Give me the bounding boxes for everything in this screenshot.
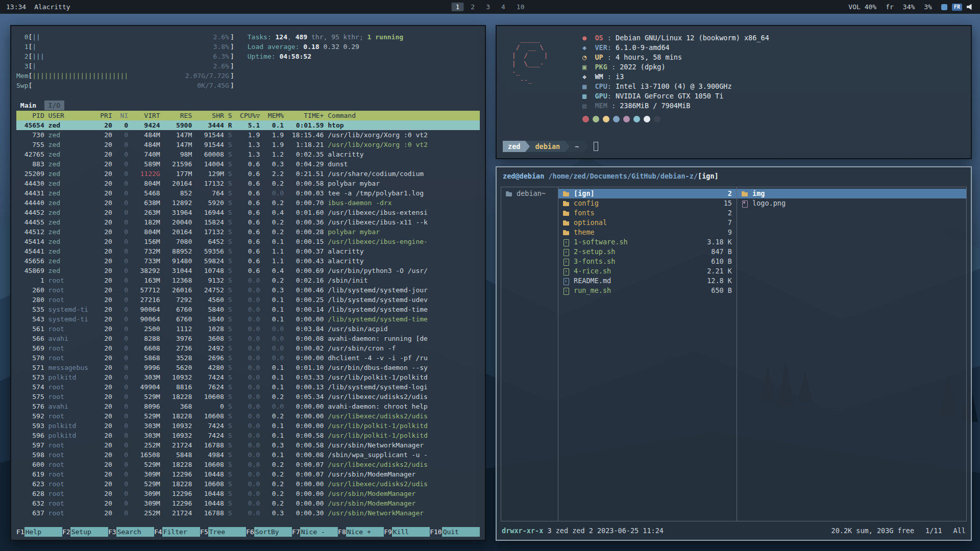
process-row[interactable]: 730zed200484M147M91544S1.91.918:15.46/us… <box>16 130 480 140</box>
fkey-label-F2[interactable]: Setup <box>70 527 108 537</box>
process-row[interactable]: 883zed200589M2159614004S0.60.30:04.29dun… <box>16 159 480 169</box>
terminal-cursor[interactable] <box>594 142 598 151</box>
fkey-label-F10[interactable]: Quit <box>442 527 480 537</box>
workspace-3[interactable]: 3 <box>482 3 494 11</box>
fkey-F7[interactable]: F7 <box>292 527 300 537</box>
tab-main[interactable]: Main <box>20 101 36 110</box>
file-entry[interactable]: 1-software.sh3.18 K <box>558 237 737 247</box>
file-entry[interactable]: img <box>737 189 966 198</box>
file-entry[interactable]: debian~ <box>501 189 558 198</box>
fkey-F4[interactable]: F4 <box>154 527 162 537</box>
workspace-10[interactable]: 10 <box>512 3 529 11</box>
process-row[interactable]: 44430zed200804M2016417132S0.60.20:00.58p… <box>16 179 480 188</box>
fkey-F10[interactable]: F10 <box>430 527 442 537</box>
fkey-label-F6[interactable]: SortBy <box>254 527 292 537</box>
fkey-label-F4[interactable]: Filter <box>162 527 200 537</box>
process-row[interactable]: 566avahi200828839763608S0.00.00:00.08ava… <box>16 334 480 343</box>
process-row[interactable]: 45414zed200156M70806452S0.60.10:00.15/us… <box>16 237 480 246</box>
workspace-2[interactable]: 2 <box>467 3 479 11</box>
fetch-window[interactable]: _____ / __ \ | / | | \___- -_ --_ ●OS : … <box>496 25 972 159</box>
column-header-time[interactable]: TIME+ <box>288 111 324 120</box>
fkey-label-F3[interactable]: Search <box>116 527 154 537</box>
file-entry[interactable]: theme9 <box>558 228 737 237</box>
percent-indicator-a[interactable]: 34% <box>903 3 915 11</box>
process-row[interactable]: 598root2001650858484984S0.00.10:00.08/sb… <box>16 450 480 460</box>
workspace-1[interactable]: 1 <box>452 3 464 11</box>
column-header-pri[interactable]: PRI <box>96 111 112 120</box>
file-entry[interactable]: README.md12.8 K <box>558 276 737 286</box>
column-header-s[interactable]: S <box>228 111 236 120</box>
process-row[interactable]: 571messagebus200999656204280S0.00.10:01.… <box>16 363 480 372</box>
fkey-F5[interactable]: F5 <box>200 527 208 537</box>
file-entry[interactable]: logo.png <box>737 198 966 208</box>
process-row[interactable]: 593polkitd200303M109327424S0.00.10:00.00… <box>16 421 480 431</box>
file-entry[interactable]: fonts2 <box>558 208 737 218</box>
column-header-res[interactable]: RES <box>164 111 192 120</box>
network-icon[interactable] <box>941 4 947 10</box>
column-header-mem[interactable]: MEM% <box>264 111 284 120</box>
process-row[interactable]: 280root2002721672924560S0.00.10:00.25/li… <box>16 295 480 305</box>
process-row[interactable]: 44452zed200263M3196416944S0.60.40:01.60/… <box>16 208 480 217</box>
process-row[interactable]: 45441zed200732M8895259356S0.61.10:00.37a… <box>16 246 480 256</box>
percent-indicator-b[interactable]: 3% <box>924 3 932 11</box>
file-entry[interactable]: 2-setup.sh847 B <box>558 247 737 257</box>
file-entry[interactable]: run_me.sh650 B <box>558 286 737 295</box>
process-row[interactable]: 44512zed200804M2016417132S0.60.20:00.28p… <box>16 227 480 237</box>
volume-icon[interactable] <box>967 4 974 10</box>
tab-io[interactable]: I/O <box>44 101 64 110</box>
column-header-cpu[interactable]: CPU%▽ <box>240 111 260 120</box>
process-row[interactable]: 570root200586835282696S0.00.00:00.00dhcl… <box>16 353 480 363</box>
process-row[interactable]: 25209zed2001122G177M129MS0.62.20:21.51/u… <box>16 169 480 179</box>
process-row[interactable]: 44431zed2005468852764S0.60.00:00.03tee -… <box>16 188 480 198</box>
process-row[interactable]: 45656zed200733M9148059824S0.61.10:00.43a… <box>16 256 480 266</box>
process-row[interactable]: 597root200252M2172416788S0.00.30:00.58/u… <box>16 440 480 450</box>
column-header-user[interactable]: USER <box>48 111 92 120</box>
fkey-F6[interactable]: F6 <box>246 527 254 537</box>
fkey-F9[interactable]: F9 <box>384 527 392 537</box>
fkey-label-F8[interactable]: Nice + <box>346 527 384 537</box>
process-row[interactable]: 573polkitd200303M109327424S0.00.10:03.33… <box>16 372 480 382</box>
process-row[interactable]: 45869zed200382923104410748S0.60.40:00.69… <box>16 266 480 276</box>
process-row[interactable]: 561root200250011121028S0.00.00:03.84/usr… <box>16 324 480 334</box>
process-row[interactable]: 632root200309M1229610448S0.00.20:00.00/u… <box>16 498 480 508</box>
volume-indicator[interactable]: VOL 40% <box>848 3 876 11</box>
process-row[interactable]: 569root200660827362492S0.00.00:00.02/usr… <box>16 343 480 353</box>
column-header-pid[interactable]: PID <box>16 111 44 120</box>
process-row[interactable]: 623root200529M1822810608S0.00.20:00.00/u… <box>16 479 480 489</box>
process-row[interactable]: 543systemd-ti2009006467605840S0.00.10:00… <box>16 314 480 324</box>
fkey-label-F1[interactable]: Help <box>24 527 62 537</box>
keyboard-layout-badge[interactable]: FR <box>952 4 962 11</box>
process-row[interactable]: 44455zed200182M2004015824S0.60.20:00.36/… <box>16 217 480 227</box>
file-entry[interactable]: 3-fonts.sh610 B <box>558 257 737 266</box>
column-header-virt[interactable]: VIRT <box>132 111 160 120</box>
process-row[interactable]: 592root200529M1822810608S0.00.20:00.00/u… <box>16 411 480 421</box>
process-row[interactable]: 535systemd-ti2009006467605840S0.00.10:00… <box>16 305 480 314</box>
column-header-ni[interactable]: NI <box>116 111 128 120</box>
workspace-4[interactable]: 4 <box>497 3 509 11</box>
fkey-F3[interactable]: F3 <box>108 527 116 537</box>
process-row[interactable]: 575root200529M1822810608S0.00.20:05.34/u… <box>16 392 480 402</box>
process-row[interactable]: 574root2004990488167624S0.00.10:00.13/li… <box>16 382 480 392</box>
column-header-shr[interactable]: SHR <box>196 111 224 120</box>
process-row[interactable]: 576avahi20080963680S0.00.00:00.00avahi-d… <box>16 402 480 411</box>
fkey-label-F9[interactable]: Kill <box>392 527 430 537</box>
fkey-F8[interactable]: F8 <box>338 527 346 537</box>
process-row[interactable]: 42765zed200740M98M60008S1.31.20:02.35ala… <box>16 149 480 159</box>
process-row[interactable]: 755zed200484M147M91544S1.31.91:18.21/usr… <box>16 140 480 149</box>
column-header-cmd[interactable]: Command <box>328 111 480 120</box>
fkey-label-F7[interactable]: Nice - <box>300 527 338 537</box>
process-row[interactable]: 619root200309M1229610448S0.00.20:00.07/u… <box>16 469 480 479</box>
file-manager-window[interactable]: zed@debian /home/zed/Documents/GitHub/de… <box>496 166 972 541</box>
process-row[interactable]: 1root200163M123689132S0.00.20:02.16/sbin… <box>16 276 480 285</box>
process-row[interactable]: 637root200252M2172416788S0.00.30:00.30/u… <box>16 508 480 518</box>
fkey-F2[interactable]: F2 <box>62 527 70 537</box>
htop-window[interactable]: 0[||2.6%]1[|3.8%]2[|||6.3%]3[|2.6%]Mem[|… <box>10 25 486 541</box>
process-row[interactable]: 600root200529M1822810608S0.00.20:00.07/u… <box>16 460 480 469</box>
fkey-F1[interactable]: F1 <box>16 527 24 537</box>
process-row[interactable]: 44440zed200638M128925920S0.60.20:00.70ib… <box>16 198 480 208</box>
file-entry[interactable]: 4-rice.sh2.21 K <box>558 266 737 276</box>
layout-indicator[interactable]: fr <box>886 3 894 11</box>
fkey-label-F5[interactable]: Tree <box>208 527 246 537</box>
process-row[interactable]: 596polkitd200303M109327424S0.00.10:00.58… <box>16 431 480 440</box>
process-row[interactable]: 628root200309M1229610448S0.00.20:00.00/u… <box>16 489 480 498</box>
